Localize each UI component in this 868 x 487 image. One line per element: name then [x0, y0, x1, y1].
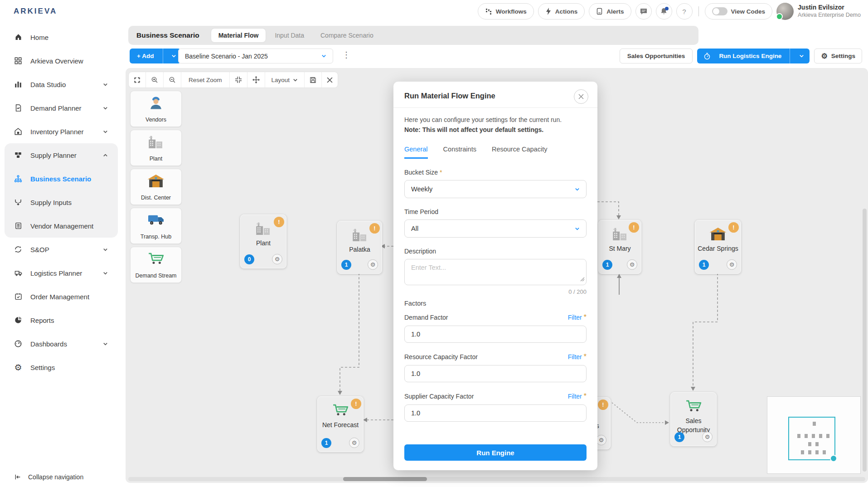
- modal-tabs: GeneralConstraintsResource Capacity: [404, 146, 587, 159]
- alert-badge[interactable]: !: [598, 399, 608, 410]
- alert-badge[interactable]: !: [274, 217, 284, 227]
- sidebar-item-data-studio[interactable]: Data Studio: [0, 73, 122, 96]
- save-button[interactable]: [305, 72, 322, 88]
- horizontal-scrollbar-thumb[interactable]: [343, 477, 427, 481]
- node-settings-gear-icon[interactable]: ⚙: [727, 259, 737, 270]
- filter-link[interactable]: Filter: [568, 353, 582, 360]
- horizontal-scrollbar[interactable]: [128, 477, 865, 481]
- notifications-button[interactable]: [656, 3, 672, 19]
- alert-badge[interactable]: !: [629, 222, 639, 233]
- bucket-size-select[interactable]: Weekly: [404, 180, 587, 198]
- tab-material-flow[interactable]: Material Flow: [211, 29, 266, 42]
- sidebar-item-label: Supply Planner: [30, 151, 77, 159]
- palette-item-dist-center[interactable]: Dist. Center: [130, 169, 182, 205]
- modal-tab-general[interactable]: General: [404, 146, 428, 159]
- node-settings-gear-icon[interactable]: ⚙: [627, 259, 637, 270]
- filter-link[interactable]: Filter: [568, 393, 582, 400]
- sidebar-item-label: Dashboards: [30, 340, 67, 348]
- run-engine-button[interactable]: Run Engine: [404, 444, 587, 461]
- sidebar-item-vendor-management[interactable]: Vendor Management: [5, 214, 118, 238]
- demand-factor-input[interactable]: [404, 326, 587, 343]
- move-button[interactable]: [247, 72, 265, 88]
- more-options-button[interactable]: ⋮: [342, 50, 350, 60]
- toggle-switch[interactable]: [712, 7, 727, 15]
- palette-item-transp-hub[interactable]: Transp. Hub: [130, 208, 182, 244]
- sidebar-item-arkieva-overview[interactable]: Arkieva Overview: [0, 49, 122, 73]
- collapse-label: Collapse navigation: [28, 473, 83, 481]
- node-palatka[interactable]: Palatka!1⚙: [337, 221, 382, 274]
- zoom-in-button[interactable]: [146, 72, 164, 88]
- collapse-navigation-button[interactable]: Collapse navigation: [14, 473, 83, 481]
- minimap[interactable]: [767, 396, 861, 474]
- reset-zoom-button[interactable]: Reset Zoom: [181, 72, 230, 88]
- tab-input-data[interactable]: Input Data: [267, 29, 311, 42]
- minimap-resize-handle[interactable]: [830, 455, 837, 462]
- fit-screen-button[interactable]: [129, 72, 146, 88]
- user-avatar[interactable]: [776, 3, 794, 20]
- sidebar-item-dashboards[interactable]: Dashboards: [0, 332, 122, 356]
- view-codes-toggle[interactable]: View Codes: [705, 3, 773, 19]
- resource-capacity-factor-input[interactable]: [404, 365, 587, 382]
- add-button[interactable]: + Add: [130, 49, 181, 63]
- node-sales-opportunity[interactable]: Sales Opportunity1⚙: [670, 392, 717, 446]
- description-textarea[interactable]: [404, 259, 587, 285]
- sidebar-item-supply-inputs[interactable]: Supply Inputs: [5, 190, 118, 214]
- sales-opportunities-button[interactable]: Sales Opportunities: [620, 49, 693, 63]
- zoom-out-button[interactable]: [164, 72, 181, 88]
- palette-item-demand-stream[interactable]: Demand Stream: [130, 247, 182, 283]
- layout-select[interactable]: Layout: [265, 72, 305, 88]
- sidebar-item-supply-planner[interactable]: Supply Planner: [5, 143, 118, 167]
- help-button[interactable]: ?: [676, 3, 693, 19]
- settings-button[interactable]: ⚙ Settings: [814, 49, 862, 63]
- sidebar-item-settings[interactable]: ⚙Settings: [0, 356, 122, 379]
- tab-compare-scenario[interactable]: Compare Scenario: [313, 29, 381, 42]
- close-button[interactable]: [322, 72, 338, 88]
- sidebar-item-logistics-planner[interactable]: Logistics Planner: [0, 261, 122, 285]
- modal-tab-resource-capacity[interactable]: Resource Capacity: [492, 146, 548, 159]
- time-period-select[interactable]: All: [404, 219, 587, 238]
- sidebar-item-business-scenario[interactable]: Business Scenario: [5, 167, 118, 190]
- user-block[interactable]: Justin Evilsizor Arkieva Enterprise Demo: [798, 4, 861, 19]
- warehouse-node-icon: [708, 226, 727, 242]
- chevron-down-icon[interactable]: [794, 54, 810, 58]
- run-logistics-engine-button[interactable]: Run Logistics Engine: [697, 49, 810, 63]
- palette-item-plant[interactable]: Plant: [130, 130, 182, 166]
- modal-tab-constraints[interactable]: Constraints: [443, 146, 476, 159]
- sidebar-item-inventory-planner[interactable]: Inventory Planner: [0, 120, 122, 143]
- sidebar-item-s-op[interactable]: S&OP: [0, 238, 122, 261]
- supply-planner-icon: [14, 151, 23, 160]
- alerts-button[interactable]: Alerts: [589, 3, 631, 19]
- home-icon: [14, 33, 23, 42]
- node-plant[interactable]: Plant!0⚙: [240, 214, 286, 268]
- node-settings-gear-icon[interactable]: ⚙: [368, 259, 378, 270]
- compress-button[interactable]: [230, 72, 247, 88]
- sidebar-item-reports[interactable]: Reports: [0, 308, 122, 332]
- actions-button[interactable]: Actions: [538, 3, 585, 19]
- required-asterisk: *: [584, 392, 587, 400]
- cart-node-icon: [147, 251, 165, 266]
- node-settings-gear-icon[interactable]: ⚙: [702, 432, 713, 442]
- sidebar-item-order-management[interactable]: Order Management: [0, 285, 122, 308]
- palette-item-vendors[interactable]: Vendors: [130, 91, 182, 127]
- minimap-viewport[interactable]: [788, 417, 835, 460]
- alert-badge[interactable]: !: [728, 222, 739, 233]
- gear-icon: ⚙: [821, 53, 827, 60]
- sidebar-item-demand-planner[interactable]: Demand Planner: [0, 96, 122, 120]
- scenario-select[interactable]: Baseline Scenario - Jan 2025: [178, 49, 333, 63]
- modal-close-button[interactable]: [574, 89, 588, 104]
- alert-badge[interactable]: !: [351, 399, 361, 409]
- node-st-mary[interactable]: St Mary!1⚙: [598, 220, 641, 274]
- factory-node-icon: [146, 134, 165, 150]
- vertical-scrollbar-thumb[interactable]: [863, 209, 867, 472]
- alert-badge[interactable]: !: [369, 223, 380, 234]
- node-settings-gear-icon[interactable]: ⚙: [596, 435, 606, 445]
- supplier-capacity-factor-input[interactable]: [404, 404, 587, 422]
- workflows-button[interactable]: Workflows: [478, 3, 534, 19]
- sidebar-item-home[interactable]: Home: [0, 25, 122, 49]
- node-cedar-springs[interactable]: Cedar Springs!1⚙: [695, 220, 741, 274]
- node-settings-gear-icon[interactable]: ⚙: [349, 438, 359, 448]
- node-net-forecast[interactable]: Net Forecast!1⚙: [317, 396, 364, 452]
- filter-link[interactable]: Filter: [568, 314, 582, 321]
- node-settings-gear-icon[interactable]: ⚙: [272, 254, 282, 264]
- chat-button[interactable]: [635, 3, 652, 19]
